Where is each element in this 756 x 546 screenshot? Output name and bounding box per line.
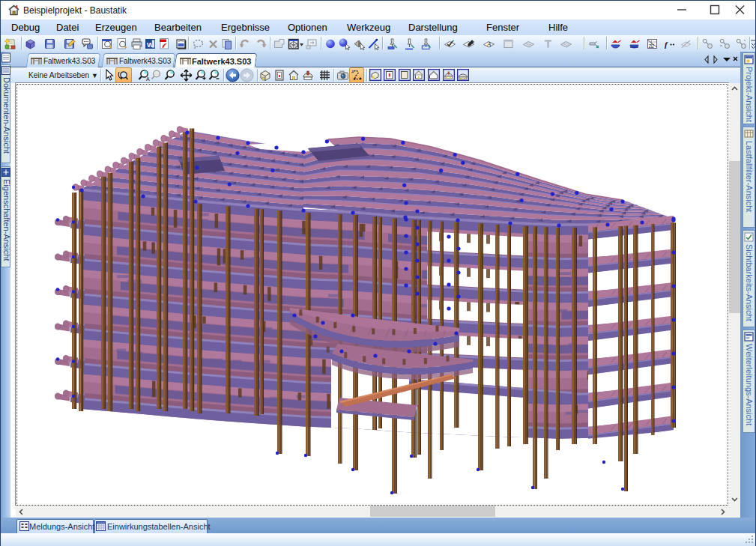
svg-text:A: A bbox=[351, 70, 354, 74]
svg-text:A: A bbox=[486, 40, 492, 48]
svg-text:f: f bbox=[665, 40, 668, 49]
svg-text:Z2: Z2 bbox=[649, 43, 655, 49]
